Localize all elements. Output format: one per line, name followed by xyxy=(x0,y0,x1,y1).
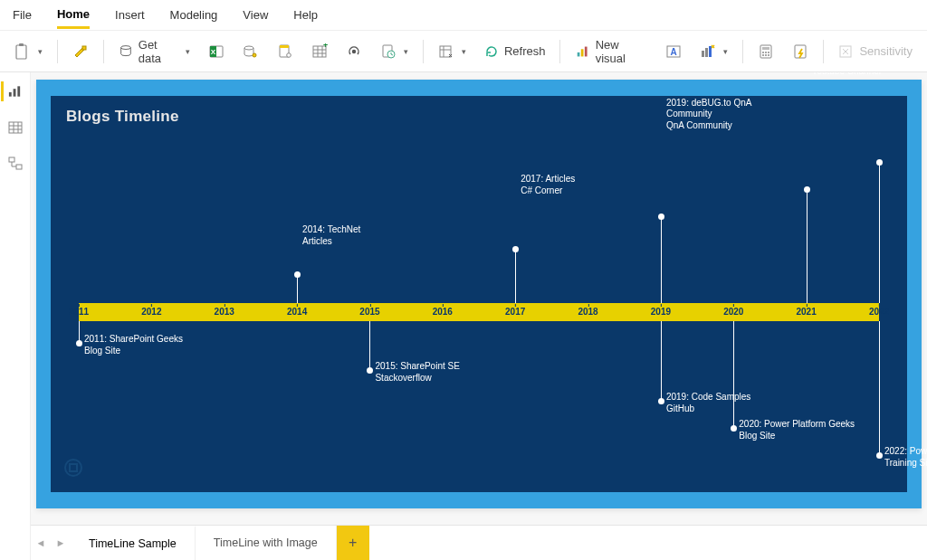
svg-point-34 xyxy=(762,52,764,53)
paste-button[interactable]: ▾ xyxy=(7,39,50,64)
svg-rect-2 xyxy=(82,46,86,50)
svg-point-18 xyxy=(352,49,356,52)
year-tick: 2012 xyxy=(141,307,161,317)
svg-rect-31 xyxy=(709,46,712,57)
svg-text:+: + xyxy=(323,43,328,50)
ribbon-toolbar: ▾ Get data ▾ X + ▾ ▾ Refresh New visual xyxy=(0,31,927,72)
new-visual-label: New visual xyxy=(596,38,647,65)
canvas-page-background: Blogs Timeline 2011201220132014201520162… xyxy=(36,80,922,508)
year-tick: 2011 xyxy=(69,307,89,317)
timeline-visual[interactable]: Blogs Timeline 2011201220132014201520162… xyxy=(51,96,907,492)
chevron-down-icon: ▾ xyxy=(186,47,190,56)
sensitivity-label: Sensitivity xyxy=(859,44,913,58)
svg-rect-45 xyxy=(9,122,22,133)
refresh-button[interactable]: Refresh xyxy=(477,41,553,62)
report-canvas[interactable]: Blogs Timeline 2011201220132014201520162… xyxy=(31,72,927,525)
more-visuals-button[interactable]: ▾ xyxy=(693,40,735,63)
transform-data-button[interactable]: ▾ xyxy=(431,40,473,63)
sql-source-button[interactable] xyxy=(270,40,301,63)
svg-point-7 xyxy=(244,46,253,50)
svg-point-37 xyxy=(762,54,764,56)
chevron-down-icon: ▾ xyxy=(723,47,728,56)
year-tick: 2021 xyxy=(797,307,817,317)
year-tick: 2015 xyxy=(359,307,379,317)
new-visual-button[interactable]: New visual xyxy=(568,34,654,69)
svg-rect-53 xyxy=(70,464,77,471)
svg-rect-21 xyxy=(440,46,451,57)
menu-insert[interactable]: Insert xyxy=(115,3,145,27)
svg-point-52 xyxy=(65,460,81,476)
get-data-button[interactable]: Get data ▾ xyxy=(111,34,197,69)
refresh-label: Refresh xyxy=(504,44,546,58)
excel-source-button[interactable]: X xyxy=(201,40,232,63)
data-view-button[interactable] xyxy=(5,118,26,138)
svg-rect-1 xyxy=(19,43,24,46)
menu-view[interactable]: View xyxy=(243,3,268,27)
new-measure-button[interactable] xyxy=(750,40,781,63)
svg-rect-30 xyxy=(705,48,708,57)
svg-text:A: A xyxy=(670,47,676,57)
year-tick: 2017 xyxy=(505,307,525,317)
chevron-down-icon: ▾ xyxy=(38,47,43,56)
svg-rect-29 xyxy=(702,51,704,57)
add-page-button[interactable]: + xyxy=(337,526,369,560)
svg-point-8 xyxy=(253,53,256,57)
svg-rect-0 xyxy=(16,45,26,59)
year-tick: 2016 xyxy=(433,307,453,317)
page-nav-next[interactable]: ► xyxy=(51,526,71,560)
svg-rect-50 xyxy=(9,157,14,162)
recent-sources-button[interactable]: ▾ xyxy=(373,40,416,63)
report-view-button[interactable] xyxy=(1,81,23,101)
year-tick: 2020 xyxy=(723,307,743,317)
svg-rect-25 xyxy=(581,49,584,56)
svg-rect-26 xyxy=(585,46,588,56)
svg-rect-24 xyxy=(578,52,580,56)
timeline-plot-area: 2011201220132014201520162017201820192020… xyxy=(52,133,906,491)
year-tick: 2013 xyxy=(215,307,234,317)
svg-rect-10 xyxy=(280,45,289,48)
svg-rect-51 xyxy=(16,165,22,169)
quick-measure-button[interactable] xyxy=(785,40,816,63)
year-tick: 2014 xyxy=(287,307,307,317)
svg-point-39 xyxy=(768,54,769,56)
view-switcher-rail xyxy=(0,72,31,560)
svg-point-11 xyxy=(287,52,291,57)
page-tab-strip: ◄ ► TimeLine Sample TimeLine with Image … xyxy=(31,525,927,560)
get-data-label: Get data xyxy=(139,38,178,65)
datahub-button[interactable] xyxy=(235,40,266,63)
visual-type-icon xyxy=(62,457,84,482)
page-tab-2[interactable]: TimeLine with Image xyxy=(196,526,337,560)
year-tick: 2019 xyxy=(651,307,671,317)
dataverse-button[interactable] xyxy=(339,40,369,63)
format-painter-button[interactable] xyxy=(65,40,96,63)
svg-point-3 xyxy=(120,45,130,49)
chevron-down-icon: ▾ xyxy=(462,47,466,56)
year-tick: 2022 xyxy=(869,307,889,317)
svg-point-35 xyxy=(765,52,767,53)
page-tab-1[interactable]: TimeLine Sample xyxy=(71,526,196,560)
sensitivity-button[interactable]: Sensitivity xyxy=(830,40,920,63)
chevron-down-icon: ▾ xyxy=(404,47,408,56)
menu-home[interactable]: Home xyxy=(57,2,90,29)
timeline-axis: 2011201220132014201520162017201820192020… xyxy=(79,303,879,321)
model-view-button[interactable] xyxy=(5,154,26,174)
svg-point-36 xyxy=(768,52,769,53)
menu-file[interactable]: File xyxy=(13,3,32,27)
svg-point-38 xyxy=(765,54,767,56)
enter-data-button[interactable]: + xyxy=(304,40,335,63)
page-nav-prev[interactable]: ◄ xyxy=(31,526,51,560)
svg-rect-42 xyxy=(9,92,12,97)
menu-bar: File Home Insert Modeling View Help xyxy=(0,0,927,31)
text-box-button[interactable]: A xyxy=(658,40,689,63)
menu-help[interactable]: Help xyxy=(293,3,318,27)
svg-rect-33 xyxy=(762,47,769,50)
svg-text:X: X xyxy=(211,48,216,56)
year-tick: 2018 xyxy=(578,307,597,317)
svg-rect-43 xyxy=(14,89,16,97)
svg-rect-44 xyxy=(17,86,20,96)
menu-modeling[interactable]: Modeling xyxy=(170,3,218,27)
